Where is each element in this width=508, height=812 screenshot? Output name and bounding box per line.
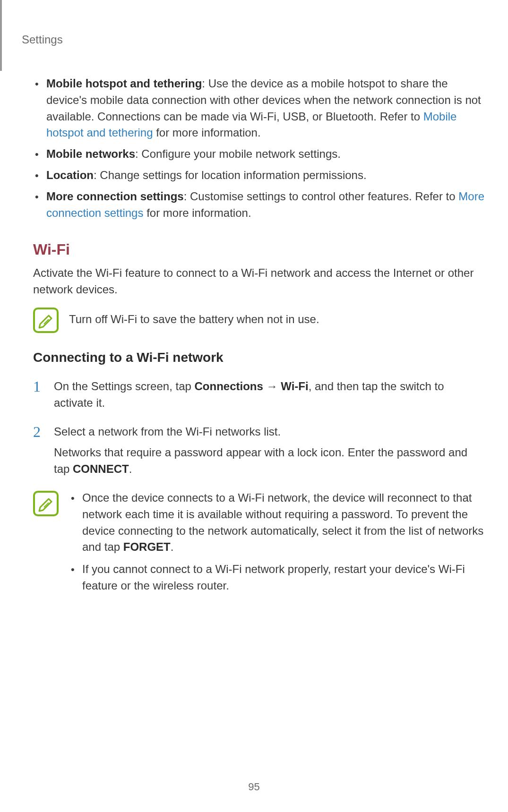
step1-connections: Connections	[195, 380, 263, 393]
note2-item1c: .	[171, 540, 174, 553]
wifi-steps: On the Settings screen, tap Connections …	[33, 378, 484, 478]
note-wifi-reconnect: Once the device connects to a Wi-Fi netw…	[33, 490, 484, 600]
note2-item1: Once the device connects to a Wi-Fi netw…	[82, 490, 484, 556]
note-icon	[33, 491, 59, 516]
note2-forget: FORGET	[123, 540, 171, 553]
bullet-location: Location: Change settings for location i…	[46, 167, 484, 184]
bullet-hotspot: Mobile hotspot and tethering: Use the de…	[46, 76, 484, 141]
wifi-step-2: Select a network from the Wi-Fi networks…	[33, 424, 484, 478]
bullet-location-desc: : Change settings for location informati…	[94, 169, 367, 181]
note-wifi-battery: Turn off Wi-Fi to save the battery when …	[33, 307, 484, 333]
step2-line1: Select a network from the Wi-Fi networks…	[54, 425, 281, 438]
bullet-more-connection-tail: for more information.	[143, 206, 251, 219]
bullet-more-connection-bold: More connection settings	[46, 190, 184, 203]
note-wifi-reconnect-list: Once the device connects to a Wi-Fi netw…	[69, 490, 484, 594]
wifi-intro: Activate the Wi-Fi feature to connect to…	[33, 265, 484, 298]
step1-pre: On the Settings screen, tap	[54, 380, 195, 393]
page-header-title: Settings	[19, 33, 489, 46]
note-icon	[33, 308, 59, 333]
bullet-hotspot-tail: for more information.	[153, 126, 261, 139]
bullet-more-connection-desc: : Customise settings to control other fe…	[184, 190, 459, 203]
page-number: 95	[0, 781, 508, 793]
step1-wifi: Wi-Fi	[281, 380, 308, 393]
note2-item2: If you cannot connect to a Wi-Fi network…	[82, 561, 484, 594]
settings-bullet-list: Mobile hotspot and tethering: Use the de…	[33, 76, 484, 221]
step2-connect: CONNECT	[73, 462, 129, 475]
bullet-mobile-networks: Mobile networks: Configure your mobile n…	[46, 146, 484, 162]
wifi-connecting-subheading: Connecting to a Wi-Fi network	[33, 350, 484, 365]
wifi-step-1: On the Settings screen, tap Connections …	[33, 378, 484, 411]
wifi-heading: Wi-Fi	[33, 241, 484, 258]
note-wifi-battery-text: Turn off Wi-Fi to save the battery when …	[69, 307, 319, 328]
bullet-mobile-networks-bold: Mobile networks	[46, 147, 135, 160]
main-content: Mobile hotspot and tethering: Use the de…	[19, 76, 489, 600]
step1-arrow: →	[263, 380, 281, 393]
page-content: Settings Mobile hotspot and tethering: U…	[0, 0, 508, 638]
page-edge-decoration	[0, 0, 2, 71]
bullet-hotspot-bold: Mobile hotspot and tethering	[46, 77, 202, 90]
step2-line2c: .	[129, 462, 132, 475]
bullet-mobile-networks-desc: : Configure your mobile network settings…	[135, 147, 341, 160]
bullet-location-bold: Location	[46, 169, 94, 181]
bullet-more-connection: More connection settings: Customise sett…	[46, 188, 484, 222]
